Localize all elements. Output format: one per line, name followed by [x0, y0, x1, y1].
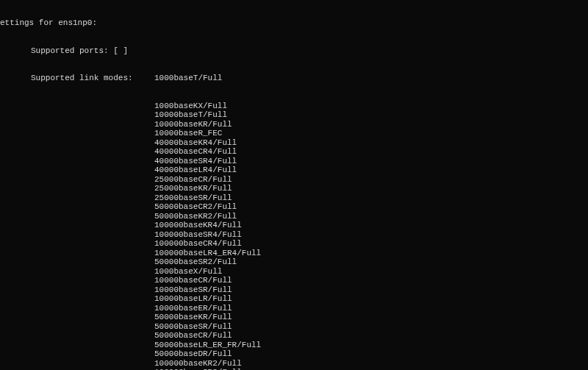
- link-mode-item: 1000baseKX/Full: [0, 102, 588, 111]
- link-mode-item: 50000baseKR2/Full: [0, 212, 588, 221]
- link-mode-item: 1000baseX/Full: [0, 267, 588, 277]
- link-mode-item: 100000baseCR4/Full: [0, 239, 588, 249]
- link-mode-item: 25000baseKR/Full: [0, 184, 588, 193]
- link-mode-item: 50000baseSR/Full: [0, 322, 588, 332]
- link-mode-item: 10000baseKR/Full: [0, 120, 588, 129]
- supported-ports: Supported ports: [ ]: [0, 46, 588, 56]
- link-mode-item: 10000baseER/Full: [0, 304, 588, 313]
- link-mode-item: 40000baseSR4/Full: [0, 157, 588, 166]
- link-mode-item: 25000baseSR/Full: [0, 193, 588, 203]
- link-mode-item: 50000baseKR/Full: [0, 313, 588, 322]
- link-modes-label: Supported link modes:: [0, 74, 154, 83]
- link-mode-item: 100000baseSR4/Full: [0, 230, 588, 240]
- link-mode-item: 100000baseKR4/Full: [0, 221, 588, 230]
- link-mode-item: 50000baseCR2/Full: [0, 202, 588, 212]
- link-mode-item: 100000baseLR4_ER4/Full: [0, 249, 588, 258]
- link-mode-item: 1000baseT/Full: [154, 74, 222, 83]
- link-mode-item: 50000baseLR_ER_FR/Full: [0, 341, 588, 350]
- link-mode-item: 100000baseKR2/Full: [0, 359, 588, 369]
- link-mode-item: 50000baseDR/Full: [0, 349, 588, 359]
- link-mode-item: 40000baseCR4/Full: [0, 147, 588, 157]
- link-mode-item: 40000baseKR4/Full: [0, 138, 588, 148]
- link-modes-list: 1000baseKX/Full10000baseT/Full10000baseK…: [0, 102, 588, 371]
- settings-header: ettings for ens1np0:: [0, 18, 588, 28]
- link-mode-item: 10000baseT/Full: [0, 110, 588, 120]
- link-mode-item: 10000baseR_FEC: [0, 129, 588, 138]
- link-mode-item: 50000baseCR/Full: [0, 331, 588, 341]
- terminal-output: ettings for ens1np0: Supported ports: [ …: [0, 0, 588, 370]
- link-mode-item: 50000baseSR2/Full: [0, 257, 588, 267]
- link-mode-item: 40000baseLR4/Full: [0, 166, 588, 175]
- link-mode-item: 25000baseCR/Full: [0, 175, 588, 185]
- link-mode-item: 10000baseCR/Full: [0, 276, 588, 285]
- link-modes-first-row: Supported link modes: 1000baseT/Full: [0, 74, 588, 83]
- link-mode-item: 10000baseLR/Full: [0, 294, 588, 304]
- link-mode-item: 10000baseSR/Full: [0, 285, 588, 295]
